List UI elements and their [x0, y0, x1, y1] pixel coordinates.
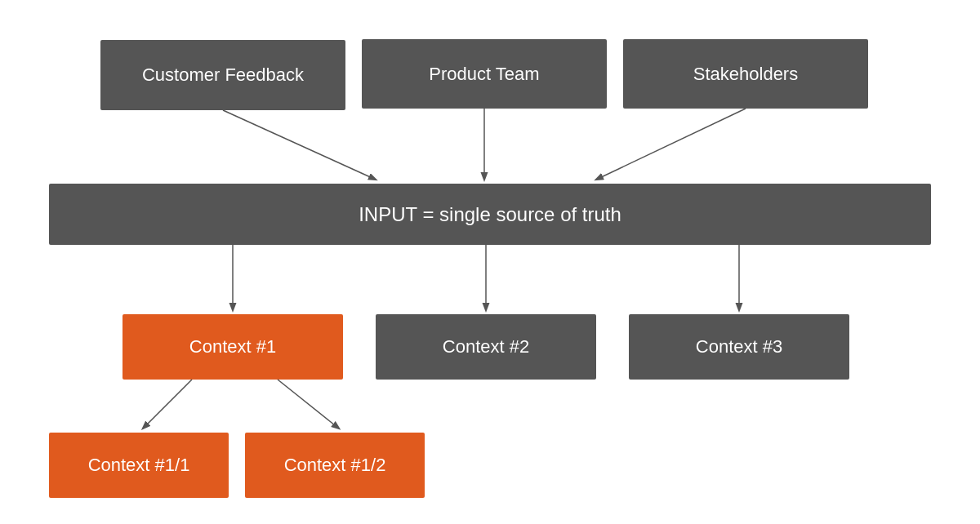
customer-feedback-box: Customer Feedback — [100, 40, 345, 110]
context1-box: Context #1 — [122, 314, 343, 380]
arrow-st-input — [596, 109, 746, 180]
diagram: Customer Feedback Product Team Stakehold… — [0, 0, 980, 524]
context1-1-box: Context #1/1 — [49, 433, 229, 498]
context3-box: Context #3 — [629, 314, 849, 380]
arrow-c1-c11 — [143, 380, 192, 429]
context1-2-box: Context #1/2 — [245, 433, 425, 498]
stakeholders-box: Stakeholders — [623, 39, 868, 109]
product-team-box: Product Team — [362, 39, 607, 109]
arrow-cf-input — [223, 110, 376, 180]
arrow-c1-c12 — [278, 380, 339, 429]
context2-box: Context #2 — [376, 314, 596, 380]
input-box: INPUT = single source of truth — [49, 184, 931, 245]
